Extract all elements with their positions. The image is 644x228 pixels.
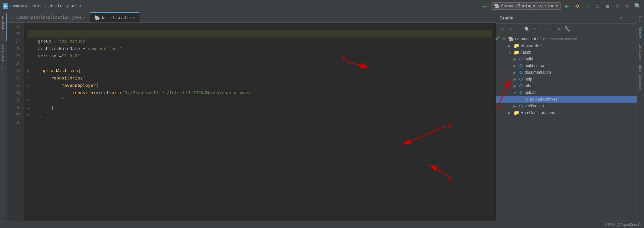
chevron-down-icon: ▼	[512, 91, 518, 95]
tree-root-label: commons-tool	[515, 37, 540, 41]
tree-item-tasks[interactable]: ▼ 📁 Tasks	[496, 49, 637, 56]
gradle-minimize-icon[interactable]: ─	[626, 14, 633, 21]
code-line-29: version = "1.0.0"	[28, 52, 492, 60]
title-separator: ›	[44, 3, 47, 8]
stop-button[interactable]: ■	[604, 2, 611, 10]
tree-item-run-configs[interactable]: ▶ 📁 Run Configurations	[496, 109, 637, 116]
tree-item-upload[interactable]: ▼ ⚙ upload	[496, 89, 637, 96]
code-line-31: ▶ uploadArchives {	[28, 67, 492, 74]
run-config-selector[interactable]: 🐘 CommonsToolApplication ▼	[491, 2, 561, 10]
code-editor[interactable]: 25 26 27 28 29 30 31 32 33 34 35 36 37 3…	[7, 23, 496, 228]
bottom-bar: CSDN @AquaMriusC	[0, 221, 644, 228]
run-marker-31: ▶	[28, 67, 30, 74]
tree-item-build[interactable]: ▶ ⚙ build	[496, 56, 637, 62]
gradle-refresh-icon[interactable]: ↻	[499, 25, 506, 33]
split-button[interactable]: ⊟	[614, 2, 621, 10]
code-line-28: archivesBaseName = "commons-tool"	[28, 45, 492, 52]
code-line-30	[28, 60, 492, 67]
bookmark-33: ◇	[28, 82, 30, 89]
project-folder-icon: 🐘	[508, 36, 514, 42]
gradle-add-icon[interactable]: +	[507, 25, 514, 33]
gradle-sort-icon[interactable]: ⇅	[555, 25, 562, 33]
coverage-button[interactable]: ⚡	[584, 2, 591, 10]
build-setup-icon: ⚙	[519, 63, 523, 68]
left-sidebar: 1: Project 2: Structure	[0, 12, 7, 228]
main-layout: 1: Project 2: Structure ☕ CommonsToolApp…	[0, 12, 644, 228]
debug-button[interactable]: ⚙	[574, 2, 581, 10]
code-line-26	[28, 30, 492, 38]
tree-verification-label: verification	[525, 104, 544, 108]
chevron-right-icon: ▶	[512, 104, 518, 108]
gradle-secondary-toolbar: ↻ + − 🐘 ≡ ⊟ ⊞ ⇅ 🔧	[496, 24, 637, 34]
project-icon: ▣	[3, 3, 8, 9]
code-line-25	[28, 23, 492, 30]
tab-gradle-close[interactable]: ✕	[133, 16, 135, 19]
gradle-remove-icon[interactable]: −	[515, 25, 522, 33]
chevron-down-icon: ▼	[507, 51, 512, 54]
sidebar-item-structure[interactable]: 2: Structure	[0, 41, 7, 73]
tab-java-label: CommonsToolApplication.java	[16, 15, 82, 20]
project-name: commons-tool	[10, 3, 42, 8]
gradle-tree[interactable]: ▼ 🐘 commons-tool (auto-import enabled) ▶…	[496, 34, 637, 228]
run-configs-icon: 📁	[514, 110, 519, 115]
tab-java[interactable]: ☕ CommonsToolApplication.java ✕	[7, 12, 90, 22]
source-sets-icon: 📁	[514, 43, 519, 48]
tree-tasks-label: Tasks	[521, 50, 531, 55]
bookmark-36: ◇	[28, 104, 30, 111]
code-content[interactable]: group = 'top.mstudy' archivesBaseName = …	[23, 23, 496, 228]
chevron-right-icon: ▶	[507, 111, 512, 115]
search-button[interactable]: 🔍	[634, 2, 641, 10]
line-numbers: 25 26 27 28 29 30 31 32 33 34 35 36 37 3…	[7, 23, 23, 228]
right-sidebar: Ant Gradle Database Bean Validation	[637, 12, 644, 228]
tree-item-source-sets[interactable]: ▶ 📁 Source Sets	[496, 42, 637, 49]
title-bar: ▣ commons-tool › build.gradle ← 🐘 Common…	[0, 0, 644, 12]
gradle-expand-icon[interactable]: ≡	[531, 25, 538, 33]
sidebar-item-ant[interactable]: Ant	[638, 13, 644, 24]
tab-gradle-label: build.gradle	[102, 15, 131, 20]
chevron-right-icon: ▶	[512, 84, 518, 88]
gradle-link-icon[interactable]: 🐘	[523, 25, 530, 33]
bookmark-34: ◇	[28, 89, 30, 97]
profile-button[interactable]: ◎	[594, 2, 601, 10]
maximize-button[interactable]: ⊡	[624, 2, 631, 10]
tab-java-close[interactable]: ✕	[84, 15, 86, 19]
gradle-collapse-icon[interactable]: ⊟	[539, 25, 546, 33]
run-button[interactable]: ▶	[564, 2, 571, 10]
sidebar-item-database[interactable]: Database	[638, 41, 644, 62]
tree-documentation-label: documentation	[525, 70, 551, 75]
tree-other-label: other	[525, 83, 534, 88]
bookmark-32: ◇	[28, 74, 30, 82]
build-icon: ⚙	[519, 56, 523, 62]
tree-item-documentation[interactable]: ▶ ⚙ documentation	[496, 69, 637, 76]
tab-gradle[interactable]: 🐘 build.gradle ✕	[90, 12, 140, 22]
gradle-group-icon[interactable]: ⊞	[547, 25, 554, 33]
code-line-37: ◇ }	[28, 111, 492, 119]
gradle-header: Gradle ⚙ ─	[496, 12, 637, 24]
tree-item-build-setup[interactable]: ▶ ⚙ build setup	[496, 62, 637, 69]
tree-item-other[interactable]: ▶ ⚙ other	[496, 82, 637, 89]
tree-help-label: help	[525, 77, 532, 81]
sidebar-item-bean-validation[interactable]: Bean Validation	[638, 62, 644, 93]
tree-item-verification[interactable]: ▶ ⚙ verification	[496, 103, 637, 109]
sidebar-item-project[interactable]: 1: Project	[0, 13, 7, 41]
code-line-33: ◇ mavenDeployer {	[28, 82, 492, 89]
code-line-36: ◇ }	[28, 104, 492, 111]
java-file-icon: ☕	[11, 15, 14, 20]
gradle-settings-icon[interactable]: ⚙	[617, 14, 625, 21]
gradle-file-icon: 🐘	[94, 15, 100, 20]
code-line-35: ◇ }	[28, 97, 492, 104]
tree-item-upload-archives[interactable]: ⚙ uploadArchives	[496, 96, 637, 103]
sidebar-item-gradle[interactable]: Gradle	[638, 24, 644, 41]
tree-item-root[interactable]: ▼ 🐘 commons-tool (auto-import enabled)	[496, 36, 637, 42]
back-button[interactable]: ←	[481, 2, 488, 10]
chevron-down-icon: ▼	[556, 4, 558, 8]
code-line-34: ◇ repository(url: uri('D:/Program Files/…	[28, 89, 492, 97]
chevron-right-icon: ▶	[512, 77, 518, 81]
gradle-panel: Gradle ⚙ ─ ↻ + − 🐘 ≡ ⊟ ⊞ ⇅ 🔧 ▼ 🐘 commons…	[496, 12, 637, 228]
gradle-wrench-icon[interactable]: 🔧	[563, 25, 571, 33]
tree-item-help[interactable]: ▶ ⚙ help	[496, 76, 637, 82]
chevron-right-icon: ▶	[507, 44, 512, 48]
no-arrow	[518, 98, 523, 101]
tree-build-setup-label: build setup	[525, 63, 544, 68]
title-bar-right: ← 🐘 CommonsToolApplication ▼ ▶ ⚙ ⚡ ◎ ■ ⊟…	[481, 2, 641, 10]
